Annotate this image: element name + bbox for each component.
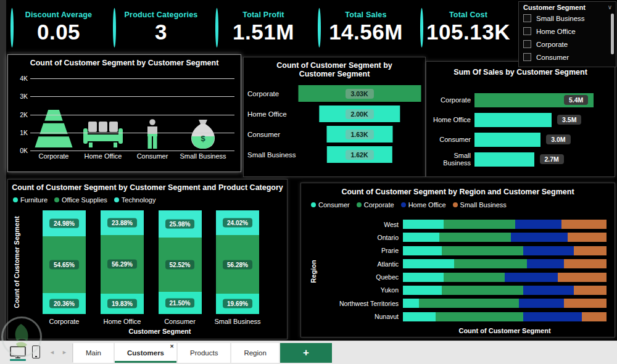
region-seg-northwest-territories-corporate[interactable]	[419, 299, 519, 308]
sales-bar-consumer[interactable]	[474, 133, 540, 147]
mobile-view-icon[interactable]	[32, 345, 40, 358]
kpi-card-total-profit[interactable]: Total Profit1.51M	[212, 2, 315, 54]
region-seg-nunavut-consumer[interactable]	[403, 312, 436, 321]
slicer-option-label: Corporate	[536, 41, 568, 48]
segment-small-business-technology[interactable]: 24.02%	[216, 210, 259, 235]
region-seg-prarie-small-business[interactable]	[574, 246, 607, 255]
region-seg-yukon-consumer[interactable]	[403, 286, 442, 295]
tab-region[interactable]: Region	[231, 343, 278, 363]
segment-value-label: 21.50%	[165, 298, 195, 307]
segment-small-business-office-supplies[interactable]: 56.28%	[216, 235, 259, 294]
region-seg-atlantic-home-office[interactable]	[527, 259, 563, 268]
checkbox-unchecked[interactable]	[523, 14, 531, 22]
region-seg-ontario-home-office[interactable]	[511, 233, 568, 242]
segment-home-office-furniture[interactable]: 19.83%	[101, 294, 144, 314]
slicer-option-small-business[interactable]: Small Business	[519, 12, 616, 25]
region-track	[403, 233, 607, 242]
region-seg-ontario-corporate[interactable]	[439, 233, 511, 242]
slicer-option-home-office[interactable]: Home Office	[519, 25, 616, 38]
region-seg-prarie-home-office[interactable]	[523, 246, 574, 255]
checkbox-unchecked[interactable]	[523, 27, 531, 35]
funnel-row-home-office: Home Office2.00K	[247, 104, 422, 124]
region-seg-prarie-consumer[interactable]	[403, 246, 442, 255]
segment-corporate-office-supplies[interactable]: 54.65%	[43, 236, 86, 293]
region-seg-yukon-home-office[interactable]	[523, 286, 574, 295]
legend-item-corporate: Corporate	[357, 201, 394, 209]
sales-track: 2.7M	[474, 152, 611, 167]
segment-corporate-technology[interactable]: 24.98%	[43, 210, 86, 236]
close-tab-icon[interactable]: ✕	[170, 344, 174, 349]
kpi-card-discount-average[interactable]: Discount Average0.05	[7, 2, 110, 54]
chart-title: Sum Of Sales by Customer Segment	[426, 68, 615, 77]
tab-main[interactable]: Main	[73, 343, 114, 363]
region-seg-northwest-territories-small-business[interactable]	[564, 299, 607, 308]
chart-pictorial-segment[interactable]: Count of Customer Segment by Customer Se…	[7, 54, 241, 172]
region-row-quebec: Quebec	[305, 273, 607, 282]
column-home-office[interactable]: 23.88%56.29%19.83%	[101, 210, 144, 314]
region-seg-west-corporate[interactable]	[444, 220, 515, 229]
region-seg-quebec-corporate[interactable]	[444, 273, 505, 282]
column-small-business[interactable]: 24.02%56.28%19.69%	[216, 210, 259, 314]
region-seg-yukon-small-business[interactable]	[574, 286, 607, 295]
segment-home-office-technology[interactable]: 23.88%	[101, 210, 144, 235]
region-seg-atlantic-corporate[interactable]	[454, 259, 528, 268]
region-track	[403, 246, 607, 255]
pictorial-plot: $ 4K3K2K1K0K	[12, 73, 236, 161]
column-corporate[interactable]: 24.98%54.65%20.36%	[43, 210, 86, 314]
chevron-down-icon[interactable]: ∨	[608, 4, 612, 10]
chart-segment-by-region[interactable]: Count of Customer Segment by Region and …	[300, 183, 615, 337]
legend-dot	[13, 197, 18, 202]
kpi-card-total-cost[interactable]: Total Cost105.13K	[417, 2, 520, 54]
slicer-scrollbar[interactable]	[611, 14, 614, 54]
region-seg-northwest-territories-consumer[interactable]	[403, 299, 419, 308]
chevron-right-icon[interactable]: ►	[62, 349, 67, 355]
column-consumer[interactable]: 25.98%52.52%21.50%	[159, 210, 202, 314]
region-seg-quebec-small-business[interactable]	[558, 273, 607, 282]
legend-item-small-business: Small Business	[453, 201, 507, 209]
region-seg-atlantic-consumer[interactable]	[403, 259, 454, 268]
sales-bar-home-office[interactable]	[474, 113, 552, 127]
region-seg-nunavut-corporate[interactable]	[436, 312, 523, 321]
checkbox-unchecked[interactable]	[523, 53, 531, 61]
slicer-option-consumer[interactable]: Consumer	[519, 51, 616, 64]
segment-value-label: 24.98%	[49, 219, 79, 228]
region-seg-nunavut-home-office[interactable]	[523, 312, 582, 321]
region-track	[403, 220, 607, 229]
region-seg-northwest-territories-home-office[interactable]	[519, 299, 564, 308]
money-bag-icon[interactable]: $	[191, 118, 215, 151]
kpi-card-product-categories[interactable]: Product Categories3	[110, 2, 212, 54]
region-seg-yukon-corporate[interactable]	[442, 286, 523, 295]
chart-funnel-segment[interactable]: Count of Customer Segment by Customer Se…	[243, 57, 426, 177]
segment-home-office-office-supplies[interactable]: 56.29%	[101, 235, 144, 294]
region-seg-west-consumer[interactable]	[403, 220, 444, 229]
chart-sales-by-segment[interactable]: Sum Of Sales by Customer Segment Corpora…	[426, 61, 615, 177]
region-seg-ontario-small-business[interactable]	[568, 233, 607, 242]
region-seg-atlantic-small-business[interactable]	[564, 259, 607, 268]
tab-products[interactable]: Products	[178, 343, 230, 363]
kpi-card-total-sales[interactable]: Total Sales14.56M	[315, 2, 417, 54]
segment-corporate-furniture[interactable]: 20.36%	[43, 293, 86, 314]
slicer-option-corporate[interactable]: Corporate	[519, 38, 616, 51]
sales-bar-small-business[interactable]	[474, 152, 534, 167]
slicer-option-label: Small Business	[536, 15, 585, 22]
region-seg-west-small-business[interactable]	[561, 220, 607, 229]
customer-segment-slicer[interactable]: Customer Segment ∨ Small BusinessHome Of…	[518, 1, 616, 67]
region-seg-prarie-corporate[interactable]	[442, 246, 523, 255]
region-seg-west-home-office[interactable]	[515, 220, 562, 229]
tab-customers[interactable]: Customers✕	[115, 343, 176, 363]
region-seg-quebec-home-office[interactable]	[505, 273, 558, 282]
chevron-left-icon[interactable]: ◄	[49, 349, 55, 355]
chart-title: Count of Customer Segment by Customer Se…	[244, 61, 425, 78]
region-seg-ontario-consumer[interactable]	[403, 233, 439, 242]
segment-consumer-technology[interactable]: 25.98%	[159, 210, 202, 238]
chart-segment-product-category[interactable]: Count of Customer Segment by Customer Se…	[7, 179, 288, 339]
segment-consumer-office-supplies[interactable]: 52.52%	[159, 238, 202, 292]
checkbox-unchecked[interactable]	[523, 40, 531, 48]
region-seg-nunavut-small-business[interactable]	[582, 312, 607, 321]
region-seg-quebec-consumer[interactable]	[403, 273, 444, 282]
segment-small-business-furniture[interactable]: 19.69%	[216, 294, 259, 314]
add-page-button[interactable]: +	[280, 343, 332, 363]
segment-consumer-furniture[interactable]: 21.50%	[159, 292, 202, 314]
sofa-icon[interactable]	[83, 120, 123, 151]
person-icon[interactable]	[146, 119, 159, 151]
